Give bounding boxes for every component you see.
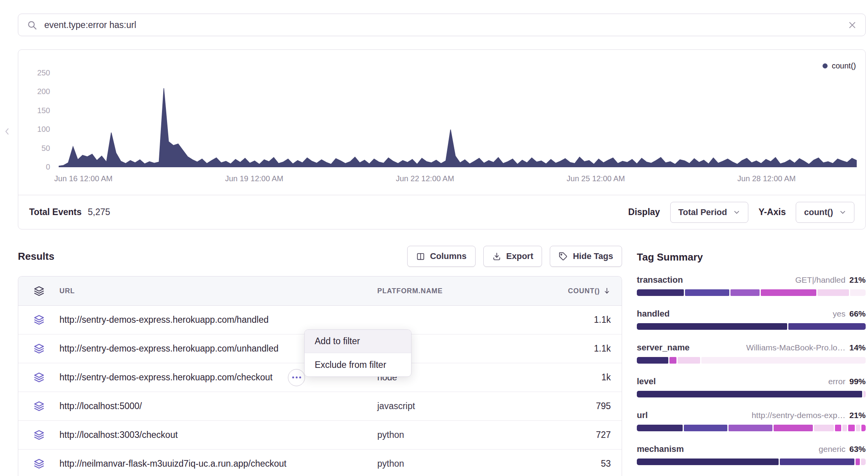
tag-top-percent: 21% <box>849 411 866 420</box>
tag-bar-segment[interactable] <box>678 357 700 364</box>
column-header-url[interactable]: URL <box>59 287 377 295</box>
tag-bar-segment[interactable] <box>637 425 683 431</box>
search-input[interactable]: event.type:error has:url <box>44 20 841 30</box>
context-menu: Add to filter Exclude from filter <box>304 329 411 377</box>
tag-top-percent: 21% <box>849 275 866 285</box>
chevron-down-icon <box>733 209 740 216</box>
tag-bar-segment[interactable] <box>856 425 860 431</box>
tag-name: url <box>637 410 648 420</box>
hide-tags-button-label: Hide Tags <box>573 251 613 261</box>
tag-bar-segment[interactable] <box>669 357 676 364</box>
discover-events-page: event.type:error has:url count() 0501001… <box>0 14 868 476</box>
row-actions-button[interactable] <box>288 369 305 386</box>
clear-search-icon[interactable] <box>848 21 857 30</box>
layers-icon <box>18 430 59 440</box>
tag-name: level <box>637 376 656 387</box>
tag-bar-segment[interactable] <box>863 391 866 397</box>
layers-icon <box>18 315 59 325</box>
tag-name: transaction <box>637 275 683 285</box>
url-cell-value[interactable]: http://neilmanvar-flask-m3uuizd7iq-uc.a.… <box>59 458 286 469</box>
search-icon <box>27 20 37 30</box>
table-row[interactable]: http://localhost:3003/checkoutpython727 <box>18 421 622 450</box>
export-button[interactable]: Export <box>483 246 542 267</box>
x-axis-label: Jun 22 12:00 AM <box>396 174 454 183</box>
chevron-down-icon <box>839 209 846 216</box>
tag-top-percent: 66% <box>849 309 866 318</box>
layers-icon <box>18 372 59 383</box>
tag-bar-segment[interactable] <box>856 458 860 465</box>
menu-item-exclude-from-filter[interactable]: Exclude from filter <box>305 353 411 376</box>
tag-bar-segment[interactable] <box>761 289 817 296</box>
table-header: URL PLATFORM.NAME COUNT() <box>18 276 622 306</box>
tag-bar-segment[interactable] <box>861 425 866 431</box>
tag-bar-segment[interactable] <box>861 458 866 465</box>
url-cell-value[interactable]: http://sentry-demos-express.herokuapp.co… <box>59 315 268 325</box>
tag-bar-segment[interactable] <box>730 289 760 296</box>
count-cell-value: 727 <box>543 430 622 440</box>
tag-distribution-bar[interactable] <box>637 458 866 465</box>
columns-button[interactable]: Columns <box>407 246 476 267</box>
chart-footer: Total Events 5,275 Display Total Period … <box>18 195 865 229</box>
x-axis-label: Jun 28 12:00 AM <box>737 174 796 183</box>
tag-distribution-bar[interactable] <box>637 425 866 431</box>
tag-bar-segment[interactable] <box>835 425 842 431</box>
url-cell-value[interactable]: http://localhost:5000/ <box>59 401 142 411</box>
tag-top-value: error <box>828 377 845 386</box>
tag-top-value: http://sentry-demos-exp… <box>751 411 845 420</box>
tag-distribution-bar[interactable] <box>637 323 866 330</box>
tag-bar-segment[interactable] <box>729 425 772 431</box>
tag-bar-segment[interactable] <box>817 289 849 296</box>
columns-button-label: Columns <box>430 251 467 261</box>
table-row[interactable]: http://localhost:5000/javascript795 <box>18 392 622 421</box>
x-axis-label: Jun 25 12:00 AM <box>566 174 625 183</box>
tag-summary-panel: Tag Summary transactionGET|/handled21%ha… <box>637 246 866 476</box>
url-cell-value[interactable]: http://localhost:3003/checkout <box>59 430 178 440</box>
platform-cell-value: python <box>377 430 543 440</box>
tag-bar-segment[interactable] <box>637 391 862 397</box>
sort-desc-icon <box>603 287 611 295</box>
tag-distribution-bar[interactable] <box>637 357 866 364</box>
tag-bar-segment[interactable] <box>788 323 866 330</box>
tag-bar-segment[interactable] <box>637 357 668 364</box>
tag-bar-segment[interactable] <box>701 357 866 364</box>
url-cell-value[interactable]: http://sentry-demos-express.herokuapp.co… <box>59 343 279 354</box>
tag-distribution-bar[interactable] <box>637 289 866 296</box>
tag-icon <box>559 252 568 261</box>
tag-bar-segment[interactable] <box>842 425 847 431</box>
search-bar[interactable]: event.type:error has:url <box>18 14 866 36</box>
tag-top-value: GET|/handled <box>795 275 845 285</box>
tag-bar-segment[interactable] <box>637 458 779 465</box>
column-header-platform[interactable]: PLATFORM.NAME <box>377 287 543 295</box>
tag-bar-segment[interactable] <box>685 289 730 296</box>
tag-bar-segment[interactable] <box>780 458 854 465</box>
tag-bar-segment[interactable] <box>637 289 684 296</box>
count-cell-value: 1.1k <box>543 343 622 354</box>
tag-block-transaction: transactionGET|/handled21% <box>637 275 866 296</box>
tag-bar-segment[interactable] <box>684 425 727 431</box>
display-dropdown-value: Total Period <box>678 207 727 217</box>
tag-bar-segment[interactable] <box>848 425 855 431</box>
tag-bar-segment[interactable] <box>637 323 787 330</box>
events-area-chart <box>59 73 857 167</box>
tag-name: mechanism <box>637 444 684 454</box>
display-dropdown[interactable]: Total Period <box>670 202 749 223</box>
y-axis-label: 200 <box>18 87 50 96</box>
url-cell-value[interactable]: http://sentry-demos-express.herokuapp.co… <box>59 372 272 383</box>
table-row[interactable]: http://neilmanvar-flask-m3uuizd7iq-uc.a.… <box>18 450 622 476</box>
x-axis-label: Jun 19 12:00 AM <box>225 174 283 183</box>
chart-legend[interactable]: count() <box>823 61 856 70</box>
yaxis-dropdown[interactable]: count() <box>796 202 854 223</box>
tag-bar-segment[interactable] <box>850 289 866 296</box>
column-header-count[interactable]: COUNT() <box>543 287 622 295</box>
tag-bar-segment[interactable] <box>814 425 834 431</box>
menu-item-add-to-filter[interactable]: Add to filter <box>305 330 411 353</box>
tag-distribution-bar[interactable] <box>637 391 866 397</box>
tag-block-url: urlhttp://sentry-demos-exp…21% <box>637 410 866 431</box>
panel-collapse-handle-icon[interactable] <box>4 126 10 137</box>
y-axis-label: 150 <box>18 106 50 115</box>
hide-tags-button[interactable]: Hide Tags <box>550 246 622 267</box>
tag-top-value: generic <box>819 444 845 454</box>
events-chart-panel: count() 050100150200250 Jun 16 12:00 AMJ… <box>18 49 866 229</box>
tag-bar-segment[interactable] <box>774 425 813 431</box>
export-button-label: Export <box>506 251 533 261</box>
